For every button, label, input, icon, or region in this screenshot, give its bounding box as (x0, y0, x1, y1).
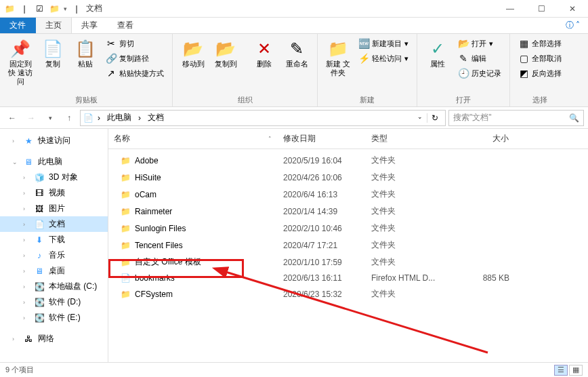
path-icon: 🔗 (106, 53, 117, 64)
nav-3d-objects[interactable]: ›🧊3D 对象 (0, 170, 108, 185)
tab-file[interactable]: 文件 (0, 18, 36, 33)
paste-shortcut-button[interactable]: ↗粘贴快捷方式 (103, 66, 167, 80)
folder-icon: 📁 (121, 207, 131, 216)
file-type: 文件夹 (366, 187, 454, 201)
breadcrumb-this-pc[interactable]: 此电脑 (104, 112, 134, 123)
edit-button[interactable]: ✎编辑 (455, 52, 504, 65)
rename-icon: ✎ (290, 39, 303, 58)
nav-forward-button[interactable]: → (23, 110, 39, 126)
ribbon-collapse-icon[interactable]: ⓘ ˄ (558, 18, 588, 33)
open-button[interactable]: 📂打开 ▾ (455, 37, 504, 50)
window-title: 文档 (86, 3, 102, 14)
qat-folder-icon[interactable]: 📁 (49, 3, 60, 14)
copy-to-button[interactable]: 📂复制到 (211, 37, 240, 71)
select-none-button[interactable]: ▢全部取消 (516, 52, 564, 65)
table-row[interactable]: 📁HiSuite2020/4/26 10:06文件夹 (108, 169, 588, 186)
column-header-date[interactable]: 修改日期 (278, 129, 366, 148)
new-item-button[interactable]: 🆕新建项目 ▾ (356, 37, 411, 50)
nav-back-button[interactable]: ← (4, 110, 20, 126)
file-type: 文件夹 (366, 204, 454, 218)
search-input[interactable]: 搜索"文档" 🔍 (448, 110, 584, 126)
history-icon: 🕘 (458, 68, 469, 79)
table-row[interactable]: 📁自定义 Office 模板2020/1/10 17:59文件夹 (108, 254, 588, 271)
tab-home[interactable]: 主页 (36, 18, 72, 33)
nav-this-pc[interactable]: ⌄🖥此电脑 (0, 154, 108, 170)
close-button[interactable]: ✕ (557, 0, 588, 18)
nav-downloads[interactable]: ›⬇下载 (0, 232, 108, 247)
address-history-dropdown[interactable]: ⌄ (413, 113, 427, 123)
breadcrumb[interactable]: 📄 › 此电脑 › 文档 ⌄ ↻ (80, 110, 446, 126)
properties-button[interactable]: ✓属性 (423, 37, 453, 71)
nav-documents[interactable]: ›📄文档 (0, 216, 108, 232)
nav-up-button[interactable]: ↑ (61, 110, 77, 126)
ribbon-group-open: ✓属性 📂打开 ▾ ✎编辑 🕘历史记录 打开 (417, 34, 510, 106)
nav-desktop[interactable]: ›🖥桌面 (0, 263, 108, 279)
nav-videos[interactable]: ›🎞视频 (0, 185, 108, 201)
column-header-name[interactable]: 名称˄ (108, 129, 278, 148)
copy-path-button[interactable]: 🔗复制路径 (103, 52, 167, 65)
invert-selection-button[interactable]: ◩反向选择 (516, 66, 564, 80)
column-header-type[interactable]: 类型 (366, 129, 454, 148)
pin-to-quick-access-button[interactable]: 📌 固定到快 速访问 (5, 37, 35, 89)
new-folder-button[interactable]: 📁新建 文件夹 (323, 37, 353, 80)
breadcrumb-chevron[interactable]: › (135, 113, 144, 123)
file-type: 文件夹 (366, 221, 454, 235)
sort-indicator-icon: ˄ (268, 136, 272, 142)
nav-disk-c[interactable]: ›💽本地磁盘 (C:) (0, 279, 108, 294)
file-size (454, 176, 515, 179)
nav-disk-d[interactable]: ›💽软件 (D:) (0, 294, 108, 310)
nav-quick-access[interactable]: ›★快速访问 (0, 133, 108, 148)
qat-check-icon[interactable]: ☑ (34, 3, 45, 14)
file-name: 自定义 Office 模板 (135, 256, 201, 268)
file-type: 文件夹 (366, 255, 454, 269)
file-size (454, 244, 515, 247)
select-all-button[interactable]: ▦全部选择 (516, 37, 564, 50)
nav-pictures[interactable]: ›🖼图片 (0, 201, 108, 216)
paste-button[interactable]: 📋 粘贴 (70, 37, 100, 71)
table-row[interactable]: 📁CFSystem2020/6/23 15:32文件夹 (108, 285, 588, 302)
table-row[interactable]: 📁Tencent Files2020/4/7 17:21文件夹 (108, 237, 588, 254)
file-list: 名称˄ 修改日期 类型 大小 📁Adobe2020/5/19 16:04文件夹📁… (108, 129, 588, 362)
minimize-button[interactable]: — (495, 0, 526, 18)
move-to-button[interactable]: 📂移动到 (178, 37, 208, 71)
copy-icon: 📄 (43, 39, 63, 58)
video-icon: 🎞 (34, 188, 45, 198)
file-size (454, 261, 515, 264)
easy-access-button[interactable]: ⚡轻松访问 ▾ (356, 52, 411, 65)
view-icons-button[interactable]: ▦ (569, 365, 583, 376)
maximize-button[interactable]: ☐ (526, 0, 557, 18)
rename-button[interactable]: ✎重命名 (282, 37, 312, 71)
nav-recent-dropdown[interactable]: ▾ (42, 110, 58, 126)
cut-button[interactable]: ✂剪切 (103, 37, 167, 50)
history-button[interactable]: 🕘历史记录 (455, 66, 504, 80)
group-label-new: 新建 (323, 94, 411, 105)
column-header-size[interactable]: 大小 (454, 129, 515, 148)
cube-icon: 🧊 (34, 173, 45, 182)
nav-disk-e[interactable]: ›💽软件 (E:) (0, 310, 108, 325)
file-name: bookmarks (135, 273, 175, 283)
breadcrumb-chevron[interactable]: › (95, 113, 103, 123)
desktop-icon: 🖥 (34, 266, 45, 276)
refresh-button[interactable]: ↻ (427, 113, 442, 123)
tab-share[interactable]: 共享 (72, 18, 108, 33)
file-date: 2020/2/10 10:46 (278, 222, 366, 235)
file-size (454, 227, 515, 230)
table-row[interactable]: 📁Rainmeter2020/1/4 14:39文件夹 (108, 203, 588, 220)
copy-button[interactable]: 📄 复制 (38, 37, 68, 71)
nav-music[interactable]: ›♪音乐 (0, 247, 108, 263)
delete-button[interactable]: ✕删除 (249, 37, 279, 71)
view-details-button[interactable]: ☰ (554, 365, 568, 376)
tab-view[interactable]: 查看 (108, 18, 144, 33)
nav-network[interactable]: ›🖧网络 (0, 331, 108, 346)
breadcrumb-documents[interactable]: 文档 (145, 112, 167, 123)
qat-dropdown-icon[interactable]: ▾ (64, 5, 67, 12)
folder-icon: 📁 (121, 224, 131, 233)
table-row[interactable]: 📁Sunlogin Files2020/2/10 10:46文件夹 (108, 220, 588, 237)
selectall-icon: ▦ (518, 38, 529, 49)
ribbon-tabs: 文件 主页 共享 查看 ⓘ ˄ (0, 18, 588, 34)
address-bar: ← → ▾ ↑ 📄 › 此电脑 › 文档 ⌄ ↻ 搜索"文档" 🔍 (0, 107, 588, 129)
table-row[interactable]: 📁oCam2020/6/4 16:13文件夹 (108, 186, 588, 203)
table-row[interactable]: 📁Adobe2020/5/19 16:04文件夹 (108, 152, 588, 169)
file-date: 2020/4/7 17:21 (278, 239, 366, 252)
table-row[interactable]: 📄bookmarks2020/6/13 16:11Firefox HTML D.… (108, 271, 588, 285)
